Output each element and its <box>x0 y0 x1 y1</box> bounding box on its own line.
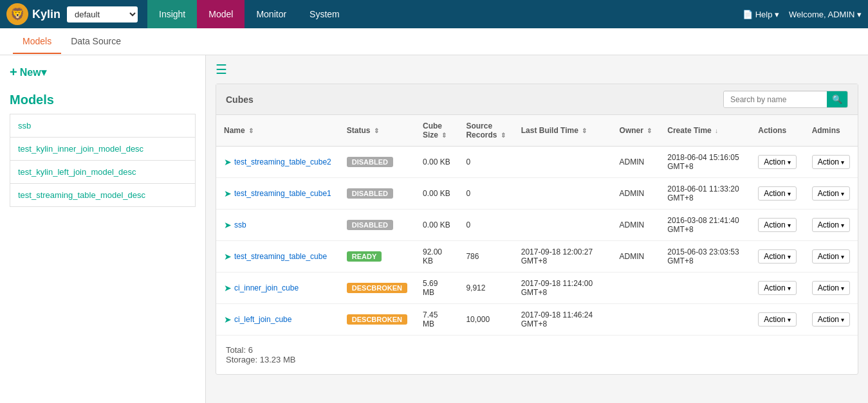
cube-name-link-0[interactable]: ➤ test_streaming_table_cube2 <box>224 157 331 167</box>
cell-source-records-4: 9,912 <box>458 273 513 304</box>
sidebar-list: ssb test_kylin_inner_join_model_desc tes… <box>10 114 196 207</box>
action-caret-3: ▾ <box>788 253 791 260</box>
action-caret-2: ▾ <box>788 222 791 229</box>
cell-create-time-4 <box>660 273 750 304</box>
action-button-2[interactable]: Action ▾ <box>758 218 796 232</box>
project-dropdown[interactable]: default <box>67 6 138 22</box>
col-source-records[interactable]: SourceRecords ⇕ <box>458 115 513 147</box>
sidebar-item-streaming[interactable]: test_streaming_table_model_desc <box>10 184 195 206</box>
nav-item-monitor[interactable]: Monitor <box>245 0 298 28</box>
cube-icon-5: ➤ <box>224 314 232 325</box>
cube-icon-4: ➤ <box>224 283 232 293</box>
table-header-row: Name ⇕ Status ⇕ CubeSize ⇕ SourceRecords… <box>216 115 858 147</box>
col-cube-size[interactable]: CubeSize ⇕ <box>415 115 458 147</box>
sub-nav: Models Data Source <box>0 28 868 55</box>
table-row: ➤ test_streaming_table_cube READY 92.00 … <box>216 241 858 273</box>
status-badge-5: DESCBROKEN <box>347 314 407 325</box>
cell-admins-0: Action ▾ <box>804 147 858 178</box>
col-name[interactable]: Name ⇕ <box>216 115 339 147</box>
cube-icon-2: ➤ <box>224 220 232 230</box>
search-button[interactable]: 🔍 <box>827 91 847 107</box>
col-status[interactable]: Status ⇕ <box>339 115 415 147</box>
cell-admins-2: Action ▾ <box>804 210 858 241</box>
sidebar-item-ssb[interactable]: ssb <box>10 114 195 138</box>
sidebar-item-kylin-left[interactable]: test_kylin_left_join_model_desc <box>10 161 195 184</box>
help-button[interactable]: 📄 Help ▾ <box>743 10 779 19</box>
cube-name-link-2[interactable]: ➤ ssb <box>224 220 331 230</box>
sub-nav-models[interactable]: Models <box>13 30 61 54</box>
action-caret-1: ▾ <box>788 190 791 197</box>
main-layout: + New▾ Models ssb test_kylin_inner_join_… <box>0 55 868 403</box>
cell-source-records-2: 0 <box>458 210 513 241</box>
table-row: ➤ ci_left_join_cube DESCBROKEN 7.45 MB 1… <box>216 304 858 336</box>
table-row: ➤ test_streaming_table_cube1 DISABLED 0.… <box>216 178 858 210</box>
cube-icon-0: ➤ <box>224 157 232 167</box>
nav-item-model[interactable]: Model <box>197 0 245 28</box>
main-content: ☰ Cubes 🔍 Name ⇕ Status ⇕ CubeSize ⇕ Sou… <box>206 55 868 403</box>
cell-create-time-3: 2015-06-03 23:03:53 GMT+8 <box>660 241 750 273</box>
col-actions: Actions <box>750 115 804 147</box>
nav-right: 📄 Help ▾ Welcome, ADMIN ▾ <box>743 10 862 19</box>
col-last-build-time[interactable]: Last Build Time ⇕ <box>513 115 612 147</box>
cell-create-time-0: 2018-06-04 15:16:05 GMT+8 <box>660 147 750 178</box>
cubes-title: Cubes <box>226 94 254 105</box>
col-owner[interactable]: Owner ⇕ <box>612 115 660 147</box>
col-create-time[interactable]: Create Time ↓ <box>660 115 750 147</box>
cell-owner-0: ADMIN <box>612 147 660 178</box>
cell-last-build-0 <box>513 147 612 178</box>
cell-admins-1: Action ▾ <box>804 178 858 210</box>
action-button-3[interactable]: Action ▾ <box>758 249 796 264</box>
sidebar-item-kylin-inner[interactable]: test_kylin_inner_join_model_desc <box>10 138 195 161</box>
storage-size: Storage: 13.23 MB <box>226 355 848 364</box>
cube-name-link-3[interactable]: ➤ test_streaming_table_cube <box>224 251 331 262</box>
admin-caret-0: ▾ <box>841 159 844 166</box>
action-button-0[interactable]: Action ▾ <box>758 155 796 169</box>
search-input[interactable] <box>724 92 827 107</box>
nav-item-insight[interactable]: Insight <box>147 0 197 28</box>
cubes-header: Cubes 🔍 <box>216 84 858 115</box>
admin-button-5[interactable]: Action ▾ <box>812 312 850 327</box>
cube-name-link-5[interactable]: ➤ ci_left_join_cube <box>224 314 331 325</box>
app-name: Kylin <box>32 8 60 21</box>
status-badge-1: DISABLED <box>347 188 393 199</box>
admin-caret-5: ▾ <box>841 316 844 323</box>
action-button-1[interactable]: Action ▾ <box>758 186 796 201</box>
cell-status-4: DESCBROKEN <box>339 273 415 304</box>
hamburger-button[interactable]: ☰ <box>216 62 858 77</box>
app-logo[interactable]: 🦁 Kylin <box>6 3 60 25</box>
cell-actions-4: Action ▾ <box>750 273 804 304</box>
cell-admins-4: Action ▾ <box>804 273 858 304</box>
admin-button-1[interactable]: Action ▾ <box>812 186 850 201</box>
nav-item-system[interactable]: System <box>298 0 351 28</box>
cell-name-1: ➤ test_streaming_table_cube1 <box>216 178 339 210</box>
sub-nav-datasource[interactable]: Data Source <box>61 30 131 54</box>
cubes-panel: Cubes 🔍 Name ⇕ Status ⇕ CubeSize ⇕ Sourc… <box>216 84 858 375</box>
nav-items: Insight Model Monitor System <box>147 0 743 28</box>
cube-name-link-4[interactable]: ➤ ci_inner_join_cube <box>224 283 331 293</box>
cell-actions-3: Action ▾ <box>750 241 804 273</box>
cell-source-records-5: 10,000 <box>458 304 513 336</box>
sidebar: + New▾ Models ssb test_kylin_inner_join_… <box>0 55 206 403</box>
col-admins: Admins <box>804 115 858 147</box>
cell-create-time-2: 2016-03-08 21:41:40 GMT+8 <box>660 210 750 241</box>
admin-button-0[interactable]: Action ▾ <box>812 155 850 169</box>
action-caret-0: ▾ <box>788 159 791 166</box>
admin-button-4[interactable]: Action ▾ <box>812 281 850 295</box>
search-box: 🔍 <box>723 91 848 108</box>
cell-name-2: ➤ ssb <box>216 210 339 241</box>
new-button[interactable]: + New▾ <box>10 65 196 80</box>
action-button-5[interactable]: Action ▾ <box>758 312 796 327</box>
admin-button-2[interactable]: Action ▾ <box>812 218 850 232</box>
cell-actions-5: Action ▾ <box>750 304 804 336</box>
cell-name-4: ➤ ci_inner_join_cube <box>216 273 339 304</box>
admin-button-3[interactable]: Action ▾ <box>812 249 850 264</box>
cell-create-time-5 <box>660 304 750 336</box>
action-button-4[interactable]: Action ▾ <box>758 281 796 295</box>
cell-owner-1: ADMIN <box>612 178 660 210</box>
cell-owner-4 <box>612 273 660 304</box>
cell-last-build-5: 2017-09-18 11:46:24 GMT+8 <box>513 304 612 336</box>
cell-last-build-3: 2017-09-18 12:00:27 GMT+8 <box>513 241 612 273</box>
cell-create-time-1: 2018-06-01 11:33:20 GMT+8 <box>660 178 750 210</box>
user-menu[interactable]: Welcome, ADMIN ▾ <box>789 10 862 19</box>
cube-name-link-1[interactable]: ➤ test_streaming_table_cube1 <box>224 188 331 199</box>
